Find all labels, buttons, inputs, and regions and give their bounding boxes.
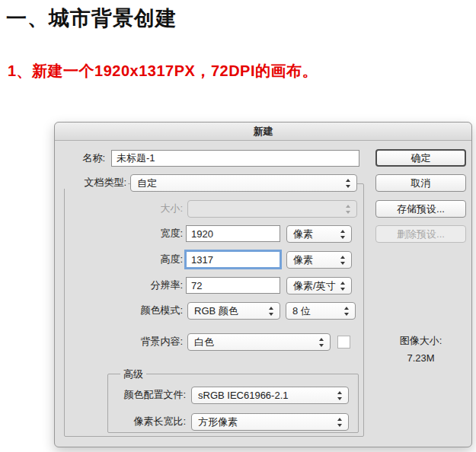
- stepper-arrows-icon: [340, 230, 346, 239]
- pixel-aspect-value: 方形像素: [198, 416, 238, 428]
- page-title: 一、城市背景创建: [6, 5, 177, 32]
- height-label: 高度:: [55, 253, 183, 266]
- name-label: 名称:: [55, 152, 105, 164]
- ok-button[interactable]: 确定: [375, 149, 466, 167]
- stepper-arrows-icon: [340, 282, 346, 291]
- stepper-arrows-icon: [319, 338, 324, 347]
- save-preset-button[interactable]: 存储预设...: [375, 200, 466, 218]
- stepper-arrows-icon: [346, 179, 351, 188]
- color-profile-value: sRGB IEC61966-2.1: [198, 390, 289, 401]
- size-select: [187, 200, 357, 218]
- image-size-value: 7.23M: [375, 352, 466, 364]
- color-mode-select[interactable]: RGB 颜色: [187, 302, 280, 320]
- stepper-arrows-icon: [269, 307, 274, 316]
- document-type-label: 文档类型:: [55, 177, 128, 189]
- color-mode-label: 颜色模式:: [55, 304, 183, 317]
- new-document-dialog: 新建 名称: 文档类型: 自定 大小: 宽度: 像素 高度: 像素 分辨率: 像…: [54, 122, 472, 447]
- background-contents-select[interactable]: 白色: [187, 333, 331, 351]
- color-profile-select[interactable]: sRGB IEC61966-2.1: [191, 387, 349, 404]
- height-unit-select[interactable]: 像素: [286, 251, 352, 269]
- resolution-input[interactable]: [186, 277, 280, 294]
- height-unit-value: 像素: [293, 254, 313, 266]
- dialog-title: 新建: [254, 126, 273, 137]
- background-contents-value: 白色: [194, 336, 214, 348]
- height-input[interactable]: [186, 251, 280, 268]
- resolution-unit-value: 像素/英寸: [293, 280, 336, 291]
- stepper-arrows-icon: [344, 307, 350, 316]
- color-mode-value: RGB 颜色: [194, 305, 238, 317]
- stepper-arrows-icon: [337, 391, 343, 400]
- width-input[interactable]: [186, 225, 280, 242]
- bit-depth-value: 8 位: [292, 305, 311, 317]
- color-profile-label: 颜色配置文件:: [55, 389, 186, 401]
- bit-depth-select[interactable]: 8 位: [286, 302, 356, 320]
- dialog-titlebar[interactable]: 新建: [55, 123, 471, 141]
- background-color-swatch: [337, 336, 350, 349]
- size-label: 大小:: [55, 202, 183, 215]
- stepper-arrows-icon: [346, 205, 351, 214]
- advanced-legend: 高级: [120, 368, 146, 380]
- stepper-arrows-icon: [337, 418, 343, 427]
- resolution-unit-select[interactable]: 像素/英寸: [286, 277, 352, 294]
- name-input[interactable]: [111, 150, 359, 167]
- cancel-button[interactable]: 取消: [375, 174, 466, 192]
- document-type-select[interactable]: 自定: [130, 174, 357, 192]
- background-contents-label: 背景内容:: [55, 336, 183, 348]
- width-unit-value: 像素: [293, 228, 313, 240]
- document-type-value: 自定: [137, 177, 157, 189]
- step-instruction: 1、新建一个1920x1317PX，72DPI的画布。: [8, 61, 318, 81]
- width-unit-select[interactable]: 像素: [286, 225, 352, 243]
- width-label: 宽度:: [55, 228, 183, 240]
- resolution-label: 分辨率:: [55, 279, 183, 291]
- pixel-aspect-select[interactable]: 方形像素: [191, 413, 349, 431]
- stepper-arrows-icon: [340, 256, 346, 265]
- delete-preset-button: 删除预设...: [375, 225, 466, 243]
- pixel-aspect-label: 像素长宽比:: [55, 415, 186, 428]
- image-size-label: 图像大小:: [375, 334, 466, 348]
